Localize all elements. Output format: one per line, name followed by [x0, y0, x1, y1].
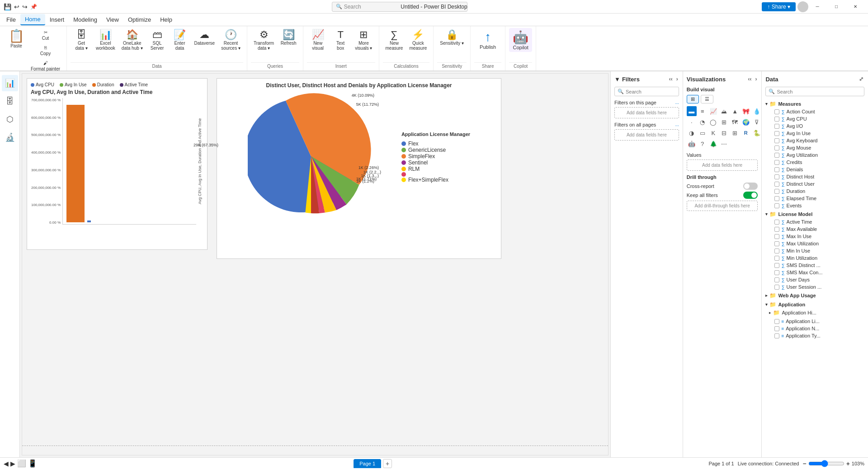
sidebar-report-icon[interactable]: 📊	[2, 75, 18, 91]
avg-cpu-checkbox[interactable]	[774, 117, 779, 122]
max-available-checkbox[interactable]	[774, 227, 779, 232]
viz-icon-donut[interactable]: ◯	[708, 117, 718, 127]
data-item-active-time[interactable]: ∑ Active Time	[765, 218, 864, 225]
user-avatar[interactable]	[797, 1, 808, 12]
data-item-denials[interactable]: ∑ Denials	[765, 166, 864, 173]
filters-all-pages-more[interactable]: ...	[675, 122, 679, 127]
data-item-avg-mouse[interactable]: ∑ Avg Mouse	[765, 144, 864, 151]
viz-icon-stacked-bar[interactable]: ▬	[687, 106, 697, 116]
viz-icon-ribbon[interactable]: 🎀	[741, 106, 751, 116]
data-item-user-session[interactable]: ∑ User Session ...	[765, 283, 864, 291]
format-painter-button[interactable]: 🖌 Format painter	[28, 59, 63, 73]
page-tab-1[interactable]: Page 1	[354, 459, 381, 468]
viz-icon-line[interactable]: 📈	[708, 106, 718, 116]
viz-icon-choropleth[interactable]: 🌍	[741, 117, 751, 127]
user-days-checkbox[interactable]	[774, 277, 779, 282]
more-visuals-button[interactable]: ⊞ Morevisuals ▾	[352, 28, 375, 52]
sms-max-con-checkbox[interactable]	[774, 270, 779, 275]
page-nav-forward[interactable]: ▶	[10, 460, 15, 467]
min-in-use-checkbox[interactable]	[774, 249, 779, 253]
action-count-checkbox[interactable]	[774, 109, 779, 114]
data-item-action-count[interactable]: ∑ Action Count	[765, 108, 864, 115]
refresh-button[interactable]: 🔄 Refresh	[278, 28, 299, 47]
distinct-user-checkbox[interactable]	[774, 182, 779, 187]
data-item-max-utilization[interactable]: ∑ Max Utilization	[765, 240, 864, 247]
data-item-avg-utilization[interactable]: ∑ Avg Utilization	[765, 151, 864, 159]
data-group-web-app-usage-header[interactable]: ▸ 📁 Web App Usage	[765, 291, 864, 300]
max-utilization-checkbox[interactable]	[774, 241, 779, 246]
viz-icon-ai[interactable]: 🤖	[687, 139, 697, 149]
canvas[interactable]: Avg CPU Avg In Use Duration Active Time …	[22, 73, 609, 455]
get-data-button[interactable]: 🗄 Getdata ▾	[71, 28, 92, 52]
menu-help[interactable]: Help	[156, 14, 177, 25]
avg-in-use-checkbox[interactable]	[774, 131, 779, 136]
viz-list-view-button[interactable]: ☰	[701, 95, 713, 103]
viz-icon-waterfall[interactable]: 💧	[752, 106, 762, 116]
filter-search-input[interactable]	[626, 89, 676, 94]
drill-add-area[interactable]: Add drill-through fields here	[687, 201, 758, 211]
data-group-application-header[interactable]: ▾ 📁 Application	[765, 300, 864, 309]
data-item-max-available[interactable]: ∑ Max Available	[765, 225, 864, 233]
filters-this-page-drop[interactable]: Add data fields here	[614, 107, 679, 118]
filters-all-pages-drop[interactable]: Add data fields here	[614, 129, 679, 141]
filters-collapse-icon[interactable]: ‹‹	[668, 75, 674, 83]
sidebar-model-icon[interactable]: ⬡	[2, 111, 18, 127]
viz-icon-table[interactable]: ⊟	[719, 128, 729, 138]
pie-chart[interactable]: Distinct User, Distinct Host and Denials…	[217, 78, 501, 259]
keep-all-filters-toggle[interactable]	[743, 192, 758, 199]
credits-checkbox[interactable]	[774, 160, 779, 165]
data-item-app-li[interactable]: ≡ Application Li...	[765, 318, 864, 325]
active-time-checkbox[interactable]	[774, 220, 779, 225]
zoom-slider[interactable]	[808, 460, 844, 467]
data-item-distinct-host[interactable]: ∑ Distinct Host	[765, 173, 864, 180]
data-item-max-in-use[interactable]: ∑ Max In Use	[765, 233, 864, 240]
data-item-app-n[interactable]: ≡ Application N...	[765, 325, 864, 332]
data-group-license-model-header[interactable]: ▾ 📁 License Model	[765, 210, 864, 218]
quick-measure-button[interactable]: ⚡ Quickmeasure	[406, 28, 429, 52]
cut-button[interactable]: ✂ Cut	[28, 28, 63, 42]
min-utilization-checkbox[interactable]	[774, 256, 779, 261]
data-item-avg-in-use[interactable]: ∑ Avg In Use	[765, 130, 864, 137]
viz-icon-stacked-area[interactable]: ▲	[730, 106, 740, 116]
data-item-user-days[interactable]: ∑ User Days	[765, 276, 864, 283]
enter-data-button[interactable]: 📝 Enterdata	[169, 28, 191, 52]
excel-button[interactable]: 📊 Excelworkbook	[93, 28, 118, 52]
data-item-app-ty[interactable]: ≡ Application Ty...	[765, 332, 864, 339]
filters-expand-icon[interactable]: ›	[675, 75, 679, 83]
viz-icon-area[interactable]: ⛰	[719, 106, 729, 116]
phone-view-icon[interactable]: 📱	[28, 459, 37, 468]
app-ty-checkbox[interactable]	[774, 333, 779, 338]
avg-mouse-checkbox[interactable]	[774, 145, 779, 150]
viz-collapse-icon[interactable]: ‹‹	[747, 75, 752, 83]
onelake-button[interactable]: 🏠 OneLakedata hub ▾	[119, 28, 146, 52]
viz-grid-view-button[interactable]: ⊞	[687, 95, 699, 103]
bar-chart[interactable]: Avg CPU Avg In Use Duration Active Time …	[27, 78, 208, 250]
viz-icon-matrix[interactable]: ⊞	[730, 128, 740, 138]
minimize-button[interactable]: ─	[808, 0, 826, 14]
data-item-elapsed-time[interactable]: ∑ Elapsed Time	[765, 195, 864, 202]
recent-sources-button[interactable]: 🕐 Recentsources ▾	[218, 28, 243, 52]
close-button[interactable]: ✕	[846, 0, 864, 14]
duration-checkbox[interactable]	[774, 189, 779, 194]
data-search-input[interactable]	[777, 89, 861, 94]
distinct-host-checkbox[interactable]	[774, 174, 779, 179]
denials-checkbox[interactable]	[774, 167, 779, 172]
redo-icon[interactable]: ↪	[22, 3, 28, 10]
viz-expand-icon[interactable]: ›	[754, 75, 758, 83]
avg-keyboard-checkbox[interactable]	[774, 138, 779, 143]
maximize-button[interactable]: □	[827, 0, 845, 14]
data-item-sms-distinct[interactable]: ∑ SMS Distinct ...	[765, 262, 864, 269]
app-n-checkbox[interactable]	[774, 326, 779, 331]
avg-utilization-checkbox[interactable]	[774, 153, 779, 158]
sms-distinct-checkbox[interactable]	[774, 263, 779, 268]
data-item-min-in-use[interactable]: ∑ Min In Use	[765, 247, 864, 254]
data-item-duration[interactable]: ∑ Duration	[765, 188, 864, 195]
data-group-application-hi-header[interactable]: ▸ 📁 Application Hi...	[769, 309, 864, 317]
data-item-avg-io[interactable]: ∑ Avg I/O	[765, 122, 864, 130]
data-item-avg-cpu[interactable]: ∑ Avg CPU	[765, 115, 864, 122]
viz-icon-card[interactable]: ▭	[698, 128, 708, 138]
viz-icon-kpi[interactable]: K	[708, 128, 718, 138]
max-in-use-checkbox[interactable]	[774, 234, 779, 239]
viz-icon-r[interactable]: R	[741, 128, 751, 138]
zoom-out-button[interactable]: −	[802, 460, 806, 467]
